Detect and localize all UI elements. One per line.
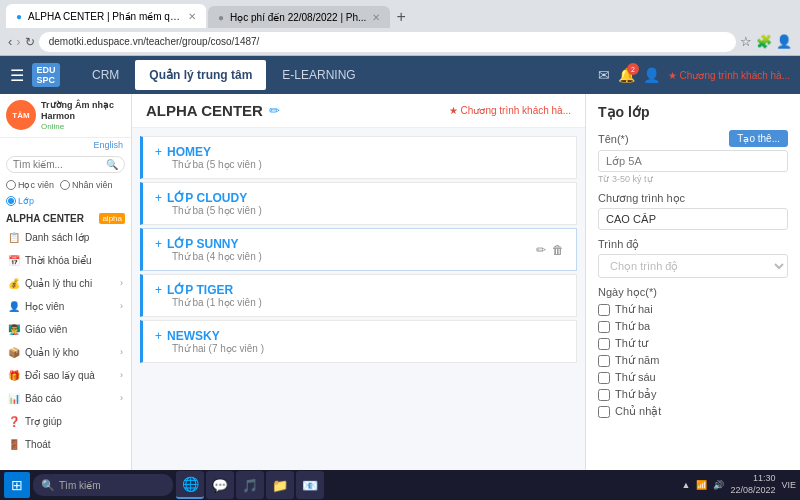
thoikhoabieu-icon: 📅 xyxy=(8,255,20,266)
nav-elearning[interactable]: E-LEARNING xyxy=(266,60,371,90)
address-field[interactable]: demotki.eduspace.vn/teacher/group/coso/1… xyxy=(39,32,736,52)
trogup-label: Trợ giúp xyxy=(25,416,62,427)
day-thu3[interactable]: Thứ ba xyxy=(598,320,788,333)
day-thu2[interactable]: Thứ hai xyxy=(598,303,788,316)
account-icon[interactable]: 👤 xyxy=(776,34,792,49)
menu-item-quanlykho[interactable]: 📦 Quản lý kho › xyxy=(0,341,131,364)
start-button[interactable]: ⊞ xyxy=(4,472,30,498)
mail-icon[interactable]: ✉ xyxy=(598,67,610,83)
menu-item-thoikhoabieu[interactable]: 📅 Thời khóa biểu xyxy=(0,249,131,272)
day-thu3-label: Thứ ba xyxy=(615,320,650,333)
user-avatar-icon[interactable]: 👤 xyxy=(643,67,660,83)
day-chunhat[interactable]: Chủ nhật xyxy=(598,405,788,418)
filter-nhanvien[interactable]: Nhân viên xyxy=(60,180,113,190)
day-thu6-label: Thứ sáu xyxy=(615,371,656,384)
taskbar-app-1[interactable]: 🌐 xyxy=(176,471,204,499)
promo-link[interactable]: ★ Chương trình khách hà... xyxy=(668,70,790,81)
checkbox-thu3[interactable] xyxy=(598,321,610,333)
lang-switcher[interactable]: English xyxy=(0,138,131,152)
name-input[interactable] xyxy=(598,150,788,172)
class-info-sunny: + LỚP SUNNY Thứ ba (4 học viên ) xyxy=(155,237,262,262)
taskbar-app-3[interactable]: 🎵 xyxy=(236,471,264,499)
class-item-lopsunny[interactable]: + LỚP SUNNY Thứ ba (4 học viên ) ✏ 🗑 xyxy=(140,228,577,271)
newsky-schedule: Thứ hai (7 học viên ) xyxy=(172,343,264,354)
taskbar-search[interactable]: 🔍 Tìm kiếm xyxy=(33,474,173,496)
hocvien-label: Học viên xyxy=(25,301,64,312)
search-taskbar-icon: 🔍 xyxy=(41,479,55,492)
bookmark-icon[interactable]: ☆ xyxy=(740,34,752,49)
lang-display[interactable]: VIE xyxy=(781,480,796,490)
tab-close-icon[interactable]: ✕ xyxy=(188,11,196,22)
form-group-days: Ngày học(*) Thứ hai Thứ ba Thứ tư xyxy=(598,286,788,418)
level-select[interactable]: Chọn trình độ xyxy=(598,254,788,278)
new-tab-button[interactable]: + xyxy=(392,6,409,28)
back-button[interactable]: ‹ xyxy=(8,34,12,49)
checkbox-thu4[interactable] xyxy=(598,338,610,350)
promo-text[interactable]: ★ Chương trình khách hà... xyxy=(449,105,571,116)
reload-button[interactable]: ↻ xyxy=(25,35,35,49)
class-item-homey[interactable]: + HOMEY Thứ ba (5 học viên ) xyxy=(140,136,577,179)
class-item-loptiger[interactable]: + LỚP TIGER Thứ ba (1 học viên ) xyxy=(140,274,577,317)
taskbar-up-icon[interactable]: ▲ xyxy=(682,480,691,490)
form-group-level: Trình độ Chọn trình độ xyxy=(598,238,788,278)
filter-lop-label: Lớp xyxy=(18,196,34,206)
day-thu6[interactable]: Thứ sáu xyxy=(598,371,788,384)
checkbox-thu7[interactable] xyxy=(598,389,610,401)
doilayqua-arrow: › xyxy=(120,370,123,380)
extension-icon[interactable]: 🧩 xyxy=(756,34,772,49)
tab2-favicon: ● xyxy=(218,12,224,23)
class-name-tiger-row: + LỚP TIGER xyxy=(155,283,262,297)
menu-item-trogup[interactable]: ❓ Trợ giúp xyxy=(0,410,131,433)
taskbar-app-2[interactable]: 💬 xyxy=(206,471,234,499)
school-status: Online xyxy=(41,122,125,131)
checkbox-chunhat[interactable] xyxy=(598,406,610,418)
taskbar-app-5[interactable]: 📧 xyxy=(296,471,324,499)
nav-crm[interactable]: CRM xyxy=(76,60,135,90)
nav-qltt[interactable]: Quản lý trung tâm xyxy=(135,60,266,90)
search-input[interactable] xyxy=(13,159,103,170)
class-info-cloudy: + LỚP CLOUDY Thứ ba (5 học viên ) xyxy=(155,191,262,216)
checkbox-thu5[interactable] xyxy=(598,355,610,367)
day-thu5[interactable]: Thứ năm xyxy=(598,354,788,367)
menu-item-hocvien[interactable]: 👤 Học viên › xyxy=(0,295,131,318)
day-thu4[interactable]: Thứ tư xyxy=(598,337,788,350)
menu-item-danhsach[interactable]: 📋 Danh sách lớp xyxy=(0,226,131,249)
form-group-curriculum: Chương trình học xyxy=(598,192,788,230)
curriculum-input[interactable] xyxy=(598,208,788,230)
cloudy-name: LỚP CLOUDY xyxy=(167,191,247,205)
edit-icon[interactable]: ✏ xyxy=(269,103,280,118)
thoikhoabieu-label: Thời khóa biểu xyxy=(25,255,91,266)
forward-button[interactable]: › xyxy=(16,34,20,49)
create-button[interactable]: Tạo thê... xyxy=(729,130,788,147)
tab2-close-icon[interactable]: ✕ xyxy=(372,12,380,23)
search-bar: 🔍 xyxy=(6,156,125,173)
sidebar-menu: 📋 Danh sách lớp 📅 Thời khóa biểu 💰 Quản … xyxy=(0,226,131,456)
menu-item-doilayqua[interactable]: 🎁 Đổi sao lấy quà › xyxy=(0,364,131,387)
menu-item-thoat[interactable]: 🚪 Thoát xyxy=(0,433,131,456)
hamburger-icon[interactable]: ☰ xyxy=(10,66,24,85)
class-item-lopcloudy[interactable]: + LỚP CLOUDY Thứ ba (5 học viên ) xyxy=(140,182,577,225)
checkbox-thu2[interactable] xyxy=(598,304,610,316)
edit-class-icon[interactable]: ✏ xyxy=(536,243,546,257)
search-icon[interactable]: 🔍 xyxy=(106,159,118,170)
class-item-newsky[interactable]: + NEWSKY Thứ hai (7 học viên ) xyxy=(140,320,577,363)
filter-lop[interactable]: Lớp xyxy=(6,196,34,206)
thoat-icon: 🚪 xyxy=(8,439,20,450)
giaovien-icon: 👨‍🏫 xyxy=(8,324,20,335)
menu-item-quanlythu[interactable]: 💰 Quản lý thu chi › xyxy=(0,272,131,295)
doilayqua-icon: 🎁 xyxy=(8,370,20,381)
taskbar-app-4[interactable]: 📁 xyxy=(266,471,294,499)
menu-item-giaovien[interactable]: 👨‍🏫 Giáo viên xyxy=(0,318,131,341)
day-thu7[interactable]: Thứ bảy xyxy=(598,388,788,401)
active-tab[interactable]: ● ALPHA CENTER | Phần mềm quả... ✕ xyxy=(6,4,206,28)
checkbox-thu6[interactable] xyxy=(598,372,610,384)
class-info-newsky: + NEWSKY Thứ hai (7 học viên ) xyxy=(155,329,264,354)
inactive-tab[interactable]: ● Học phí đến 22/08/2022 | Ph... ✕ xyxy=(208,6,390,28)
baocao-label: Báo cáo xyxy=(25,393,62,404)
cloudy-schedule: Thứ ba (5 học viên ) xyxy=(172,205,262,216)
tiger-name: LỚP TIGER xyxy=(167,283,233,297)
menu-item-baocao[interactable]: 📊 Báo cáo › xyxy=(0,387,131,410)
filter-hocvien[interactable]: Học viên xyxy=(6,180,54,190)
delete-class-icon[interactable]: 🗑 xyxy=(552,243,564,257)
baocao-arrow: › xyxy=(120,393,123,403)
